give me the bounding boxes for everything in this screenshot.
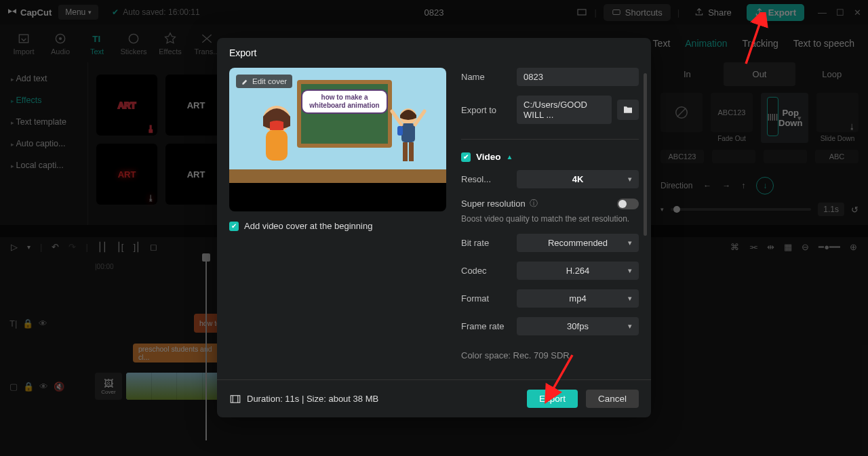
browse-folder-button[interactable] xyxy=(617,100,639,120)
dialog-cancel-button[interactable]: Cancel xyxy=(586,390,639,408)
bitrate-select[interactable]: Recommended xyxy=(517,234,639,252)
girl-illustration xyxy=(250,103,304,178)
format-label: Format xyxy=(461,293,517,304)
svg-rect-9 xyxy=(266,130,288,161)
name-label: Name xyxy=(461,72,517,82)
checkbox-icon[interactable]: ✔ xyxy=(229,222,239,231)
resolution-select[interactable]: 4K xyxy=(517,170,639,188)
codec-select[interactable]: H.264 xyxy=(517,262,639,280)
framerate-label: Frame rate xyxy=(461,321,517,331)
video-checkbox[interactable]: ✔ xyxy=(461,152,471,162)
colorspace-label: Color space: Rec. 709 SDR xyxy=(461,350,639,360)
codec-label: Codec xyxy=(461,266,517,276)
svg-rect-13 xyxy=(401,123,415,142)
exportto-input[interactable]: C:/Users/GOOD WILL ... xyxy=(517,96,612,124)
boy-illustration xyxy=(388,103,429,178)
folder-icon xyxy=(623,104,633,115)
name-input[interactable]: 0823 xyxy=(517,68,639,86)
dialog-title: Export xyxy=(217,38,651,68)
pencil-icon xyxy=(241,78,249,85)
exportto-label: Export to xyxy=(461,105,517,115)
svg-rect-15 xyxy=(409,142,414,161)
dialog-left: how to make a whiteboard animation xyxy=(229,68,446,379)
add-cover-checkbox-row[interactable]: ✔ Add video cover at the beginning xyxy=(229,221,446,231)
dialog-right: Name 0823 Export to C:/Users/GOOD WILL .… xyxy=(461,68,639,379)
resolution-label: Resol... xyxy=(461,174,517,184)
dialog-scrollbar[interactable] xyxy=(644,73,647,236)
dialog-export-button[interactable]: Export xyxy=(527,390,578,408)
cover-preview: how to make a whiteboard animation xyxy=(229,68,446,211)
super-label: Super resolution xyxy=(461,199,526,209)
super-resolution-toggle[interactable] xyxy=(617,199,639,209)
dialog-footer: Duration: 11s | Size: about 38 MB Export… xyxy=(217,379,651,417)
duration-label: Duration: 11s | Size: about 38 MB xyxy=(247,394,378,404)
svg-rect-17 xyxy=(231,395,240,402)
svg-rect-14 xyxy=(403,142,408,161)
film-icon xyxy=(229,393,241,405)
edit-cover-button[interactable]: Edit cover xyxy=(236,75,292,88)
format-select[interactable]: mp4 xyxy=(517,289,639,308)
info-icon[interactable]: ⓘ xyxy=(530,198,538,209)
bitrate-label: Bit rate xyxy=(461,238,517,248)
super-sublabel: Boost video quality to match the set res… xyxy=(461,213,639,224)
svg-rect-16 xyxy=(397,126,403,136)
export-dialog: Export how to make a whiteboard animatio… xyxy=(217,38,651,417)
framerate-select[interactable]: 30fps xyxy=(517,317,639,335)
collapse-icon[interactable]: ▲ xyxy=(507,153,513,161)
cover-caption: how to make a whiteboard animation xyxy=(302,91,387,112)
